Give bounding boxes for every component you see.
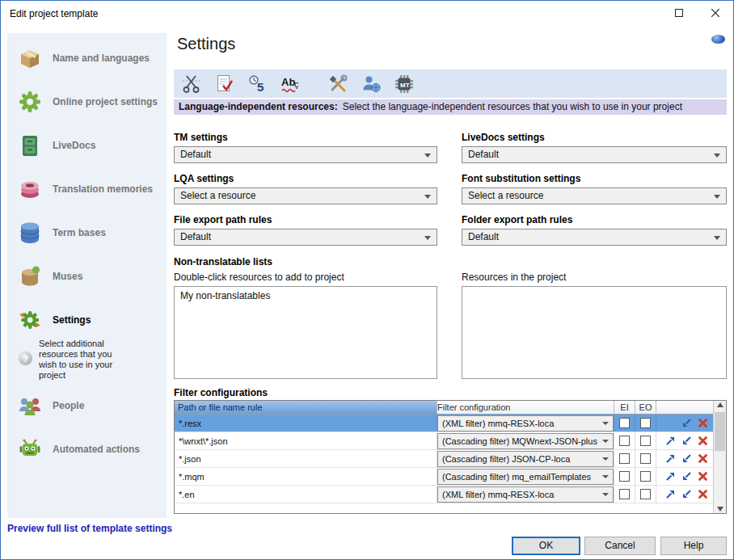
rule-cell[interactable]: *.en — [175, 486, 437, 503]
settings-toolbar: 5 Abç MT — [174, 69, 727, 98]
table-row[interactable]: *.en (XML filter) mmq-RESX-loca — [175, 486, 726, 503]
project-resources-label: Resources in the project — [462, 272, 566, 283]
svg-text:Ab: Ab — [281, 76, 295, 88]
table-scrollbar[interactable] — [713, 401, 726, 513]
filter-config-select[interactable]: (Cascading filter) mq_emailTemplates — [437, 469, 614, 485]
table-row[interactable]: *.json (Cascading filter) JSON-CP-loca — [175, 450, 726, 468]
svg-text:ç: ç — [294, 79, 299, 89]
rule-cell[interactable]: *.json — [175, 450, 437, 467]
project-resources-list[interactable] — [462, 286, 727, 379]
move-down-icon[interactable] — [681, 418, 692, 429]
rule-cell[interactable]: *.mqm — [175, 468, 437, 485]
close-icon — [711, 9, 719, 17]
column-header-filter-configuration[interactable]: Filter configuration — [437, 401, 614, 415]
move-up-icon[interactable] — [664, 453, 676, 465]
cut-icon[interactable] — [179, 72, 205, 95]
column-header-eo[interactable]: EO — [635, 401, 656, 415]
ei-checkbox[interactable] — [619, 418, 630, 428]
table-header: Path or file name rule Filter configurat… — [175, 401, 726, 415]
filter-config-select[interactable]: (XML filter) mmq-RESX-loca — [437, 415, 614, 432]
table-row[interactable]: *\wnxt\*.json (Cascading filter) MQWnext… — [175, 432, 726, 450]
sidebar-item-settings[interactable]: Settings — [7, 298, 167, 342]
move-up-icon[interactable] — [664, 489, 676, 500]
eo-checkbox[interactable] — [640, 489, 651, 499]
folder-export-path-select[interactable]: Default — [462, 229, 727, 246]
ei-checkbox[interactable] — [619, 436, 630, 446]
rule-cell[interactable]: *.resx — [175, 415, 437, 432]
available-resources-list[interactable]: My non-translatables — [174, 286, 437, 379]
scroll-down-icon[interactable] — [717, 507, 723, 512]
ok-button[interactable]: OK — [512, 537, 580, 555]
column-header-actions — [656, 401, 713, 415]
sidebar-item-livedocs[interactable]: LiveDocs — [7, 124, 167, 167]
delete-icon[interactable] — [697, 471, 708, 482]
field-lqa-settings: LQA settings Select a resource — [174, 171, 437, 204]
ei-checkbox[interactable] — [619, 471, 630, 482]
available-resources-label: Double-click resources to add to project — [174, 272, 344, 283]
chevron-down-icon — [424, 195, 431, 199]
lqa-settings-select[interactable]: Select a resource — [174, 187, 437, 204]
scroll-up-icon[interactable] — [717, 402, 723, 407]
eo-checkbox[interactable] — [640, 453, 651, 464]
sidebar-item-term-bases[interactable]: Term bases — [7, 211, 167, 255]
livedocs-settings-select[interactable]: Default — [462, 146, 727, 163]
eo-checkbox[interactable] — [640, 471, 651, 482]
machine-translation-icon[interactable]: MT — [391, 72, 417, 95]
sidebar-item-online-project-settings[interactable]: Online project settings — [7, 80, 167, 124]
help-button[interactable]: Help — [660, 537, 727, 555]
font-substitution-select[interactable]: Select a resource — [462, 187, 727, 204]
sidebar: Name and languages Online project settin… — [7, 33, 167, 518]
column-header-ei[interactable]: EI — [614, 401, 635, 415]
filter-config-select[interactable]: (Cascading filter) MQWnext-JSON-plus — [437, 433, 614, 449]
non-translatables-section-label: Non-translatable lists — [174, 256, 272, 267]
chevron-down-icon — [424, 236, 431, 240]
maximize-button[interactable] — [660, 1, 697, 25]
list-item[interactable]: My non-translatables — [175, 289, 437, 302]
sidebar-item-label: People — [53, 400, 84, 411]
cancel-button[interactable]: Cancel — [584, 537, 656, 555]
move-down-icon[interactable] — [681, 471, 692, 482]
timer-5-icon[interactable]: 5 — [245, 72, 271, 95]
edit-project-template-dialog: Edit project template Name and languages… — [0, 0, 734, 560]
sidebar-item-label: Settings — [53, 314, 91, 326]
sidebar-item-translation-memories[interactable]: Translation memories — [7, 167, 167, 211]
filter-config-select[interactable]: (XML filter) mmq-RESX-loca — [437, 486, 614, 503]
move-down-icon[interactable] — [681, 489, 692, 500]
move-up-icon[interactable] — [664, 471, 676, 482]
chevron-down-icon — [714, 195, 720, 199]
spellcheck-icon[interactable]: Abç — [278, 72, 304, 95]
sidebar-item-label: Muses — [53, 271, 82, 282]
scrollbar-thumb[interactable] — [715, 412, 725, 451]
sidebar-item-automated-actions[interactable]: Automated actions — [7, 427, 167, 471]
table-row[interactable]: *.resx (XML filter) mmq-RESX-loca — [175, 415, 726, 432]
delete-icon[interactable] — [697, 453, 708, 465]
filter-config-select[interactable]: (Cascading filter) JSON-CP-loca — [437, 451, 614, 467]
sidebar-item-label: Automated actions — [53, 444, 140, 455]
tm-settings-select[interactable]: Default — [174, 146, 437, 163]
ei-checkbox[interactable] — [619, 453, 630, 464]
sidebar-item-muses[interactable]: Muses — [7, 255, 167, 298]
qa-document-icon[interactable] — [212, 72, 238, 95]
column-header-rule[interactable]: Path or file name rule — [175, 401, 437, 415]
eo-checkbox[interactable] — [640, 418, 651, 428]
tools-icon[interactable] — [325, 72, 351, 95]
close-button[interactable] — [697, 1, 733, 25]
table-row[interactable]: *.mqm (Cascading filter) mq_emailTemplat… — [175, 468, 726, 486]
user-globe-icon[interactable] — [358, 72, 384, 95]
ei-checkbox[interactable] — [619, 489, 630, 499]
eo-checkbox[interactable] — [640, 436, 651, 446]
move-down-icon[interactable] — [681, 436, 692, 447]
rule-cell[interactable]: *\wnxt\*.json — [175, 432, 437, 449]
move-up-icon[interactable] — [664, 436, 676, 447]
translation-memory-icon — [15, 175, 44, 204]
robot-icon — [15, 435, 44, 464]
delete-icon[interactable] — [697, 489, 708, 500]
delete-icon[interactable] — [697, 418, 708, 429]
file-export-path-select[interactable]: Default — [174, 229, 437, 246]
preview-template-settings-link[interactable]: Preview full list of template settings — [7, 523, 172, 534]
move-down-icon[interactable] — [681, 453, 692, 465]
sidebar-item-name-and-languages[interactable]: Name and languages — [7, 36, 167, 80]
sidebar-item-people[interactable]: People — [7, 384, 167, 427]
sidebar-item-label: Translation memories — [53, 183, 153, 195]
delete-icon[interactable] — [697, 436, 708, 447]
